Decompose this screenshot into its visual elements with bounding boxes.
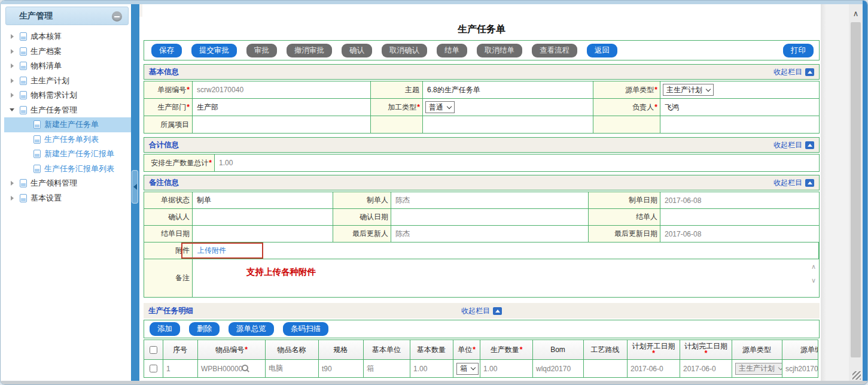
cancel-close-order-button[interactable]: 取消结单 bbox=[477, 44, 522, 57]
scroll-up-icon[interactable]: ∧ bbox=[851, 9, 860, 18]
sidebar-header: 生产管理 bbox=[5, 7, 129, 25]
collapse-section-link[interactable]: 收起栏目 bbox=[461, 306, 502, 316]
annotation-text: 支持上传各种附件 bbox=[246, 266, 316, 278]
revoke-approval-button[interactable]: 撤消审批 bbox=[287, 44, 332, 57]
sidebar-item-cost-accounting[interactable]: 成本核算 bbox=[4, 29, 131, 44]
item-name-cell[interactable]: 电脑 bbox=[266, 360, 319, 377]
remark-table: 单据状态 制单 制单人 陈杰 制单日期 2017-06-08 确认人 确认日期 … bbox=[144, 192, 820, 298]
section-title: 合计信息 bbox=[149, 140, 179, 150]
empty-label-cell bbox=[371, 116, 423, 133]
print-button[interactable]: 打印 bbox=[783, 44, 814, 57]
collapse-label: 收起栏目 bbox=[773, 67, 802, 77]
sidebar-item-new-task-order[interactable]: 新建生产任务单 bbox=[4, 117, 131, 132]
vertical-scrollbar[interactable]: ∧ bbox=[849, 4, 863, 382]
chevron-right-icon[interactable] bbox=[9, 49, 15, 54]
cancel-confirm-button[interactable]: 取消确认 bbox=[382, 44, 427, 57]
sidebar: 生产管理 成本核算 生产档案 物料清单 主生产计划 bbox=[4, 4, 131, 382]
subject-field[interactable]: 6.8的生产任务单 bbox=[423, 81, 593, 98]
plan-start-cell[interactable]: 2017-06-0 bbox=[628, 360, 680, 377]
sidebar-item-task-management[interactable]: 生产任务管理 bbox=[4, 103, 131, 118]
sidebar-splitter[interactable] bbox=[131, 4, 139, 382]
document-icon bbox=[20, 194, 27, 202]
collapse-section-link[interactable]: 收起栏目 bbox=[773, 178, 814, 188]
confirm-button[interactable]: 确认 bbox=[342, 44, 372, 57]
source-type-select[interactable]: 主生产计划 bbox=[663, 84, 714, 96]
submit-approval-button[interactable]: 提交审批 bbox=[191, 44, 237, 57]
delete-row-button[interactable]: 删除 bbox=[189, 322, 220, 336]
add-row-button[interactable]: 添加 bbox=[150, 322, 180, 336]
scroll-up-icon[interactable]: ∧ bbox=[811, 263, 816, 270]
column-header-route: 工艺路线 bbox=[584, 340, 628, 359]
sidebar-item-label: 物料清单 bbox=[31, 60, 62, 71]
collapse-up-icon bbox=[805, 68, 814, 76]
sidebar-item-material-issue[interactable]: 生产领料管理 bbox=[4, 176, 131, 191]
production-dept-field[interactable]: 生产部 bbox=[193, 99, 371, 116]
chevron-right-icon[interactable] bbox=[9, 78, 15, 83]
back-button[interactable]: 返回 bbox=[587, 44, 617, 57]
attachment-cell: 上传附件 bbox=[193, 242, 819, 259]
sidebar-item-mrp[interactable]: 物料需求计划 bbox=[4, 88, 131, 103]
close-order-button[interactable]: 结单 bbox=[437, 44, 467, 57]
item-code-cell[interactable]: WPBH00000 bbox=[198, 360, 266, 377]
chevron-right-icon[interactable] bbox=[9, 181, 15, 186]
chevron-right-icon[interactable] bbox=[9, 34, 15, 39]
scroll-down-icon[interactable]: ∨ bbox=[811, 277, 816, 284]
project-field[interactable] bbox=[193, 116, 371, 133]
source-no-cell[interactable]: scjh20170 bbox=[782, 360, 818, 377]
sidebar-item-bom-list[interactable]: 物料清单 bbox=[4, 59, 131, 74]
document-icon bbox=[20, 47, 27, 56]
sidebar-collapse-icon[interactable] bbox=[112, 11, 122, 22]
row-checkbox[interactable] bbox=[150, 365, 157, 372]
spec-cell[interactable]: t90 bbox=[319, 360, 364, 377]
resize-grip-icon[interactable] bbox=[852, 371, 861, 380]
approve-button[interactable]: 审批 bbox=[246, 44, 277, 57]
chevron-down-icon bbox=[447, 104, 452, 108]
remark-textarea[interactable]: 支持上传各种附件 ∧ ∨ bbox=[193, 259, 819, 297]
sidebar-item-new-task-report[interactable]: 新建生产任务汇报单 bbox=[4, 147, 131, 162]
column-header-base-qty: 基本数量 bbox=[410, 340, 453, 359]
chevron-down-icon bbox=[471, 365, 476, 370]
total-qty-field[interactable]: 1.00 bbox=[215, 154, 819, 171]
sidebar-item-production-archive[interactable]: 生产档案 bbox=[4, 44, 131, 59]
order-number-field[interactable]: scrw20170040 bbox=[193, 81, 371, 98]
select-all-checkbox[interactable] bbox=[150, 346, 157, 354]
column-header-unit: 单位* bbox=[453, 340, 480, 359]
unit-select[interactable]: 箱 bbox=[456, 363, 479, 375]
plan-end-cell[interactable]: 2017-06-0 bbox=[680, 360, 732, 377]
field-label: 主题 bbox=[371, 81, 423, 98]
collapse-section-link[interactable]: 收起栏目 bbox=[773, 67, 814, 77]
sidebar-item-basic-settings[interactable]: 基本设置 bbox=[4, 191, 131, 206]
order-status-field: 制单 bbox=[193, 192, 333, 208]
vertical-scrollbar-thumb[interactable] bbox=[851, 22, 861, 357]
content-right-band bbox=[821, 4, 849, 382]
collapse-label: 收起栏目 bbox=[773, 178, 802, 188]
save-button[interactable]: 保存 bbox=[151, 44, 182, 57]
process-type-select[interactable]: 普通 bbox=[425, 101, 455, 113]
chevron-right-icon[interactable] bbox=[9, 196, 15, 201]
chevron-right-icon[interactable] bbox=[9, 93, 15, 98]
view-workflow-button[interactable]: 查看流程 bbox=[532, 44, 577, 57]
field-label: 结单人 bbox=[589, 209, 660, 225]
bom-cell[interactable]: wlqd20170 bbox=[533, 360, 584, 377]
row-source-type-select[interactable]: 主生产计划 bbox=[735, 363, 782, 375]
barcode-scan-button[interactable]: 条码扫描 bbox=[283, 322, 328, 336]
field-label: 安排生产数量总计* bbox=[144, 154, 215, 171]
column-header-plan-end: 计划完工日期* bbox=[680, 340, 732, 359]
chevron-down-icon[interactable] bbox=[9, 108, 15, 111]
chevron-right-icon[interactable] bbox=[9, 63, 15, 68]
sidebar-item-task-order-list[interactable]: 生产任务单列表 bbox=[4, 132, 131, 147]
source-overview-button[interactable]: 源单总览 bbox=[229, 322, 274, 336]
chevron-left-icon bbox=[133, 184, 137, 190]
confirmer-field bbox=[193, 209, 333, 225]
prod-qty-cell[interactable]: 1.00 bbox=[480, 360, 533, 377]
last-updater-field: 陈杰 bbox=[391, 226, 589, 242]
document-icon bbox=[20, 179, 27, 187]
sidebar-item-task-report-list[interactable]: 生产任务汇报单列表 bbox=[4, 162, 131, 177]
collapse-section-link[interactable]: 收起栏目 bbox=[773, 140, 814, 150]
owner-field[interactable]: 飞鸿 bbox=[660, 99, 819, 116]
field-label: 确认人 bbox=[144, 209, 193, 225]
splitter-collapse-handle[interactable] bbox=[132, 170, 138, 204]
sidebar-item-master-plan[interactable]: 主生产计划 bbox=[4, 74, 131, 89]
search-icon[interactable] bbox=[241, 364, 250, 373]
route-cell[interactable] bbox=[584, 360, 628, 377]
